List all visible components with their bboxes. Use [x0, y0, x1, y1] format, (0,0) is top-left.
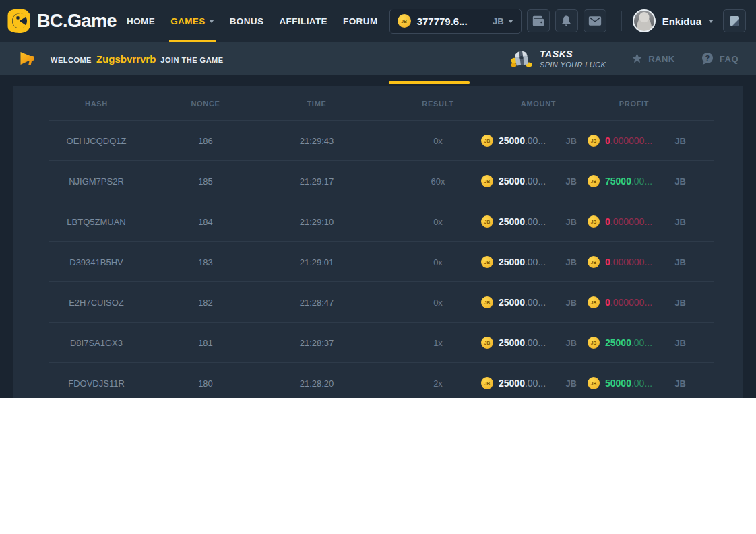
bet-hash: LBTQ5ZMUAN — [13, 217, 179, 227]
table-row[interactable]: LBTQ5ZMUAN 184 21:29:10 0x JB 25000.00..… — [13, 201, 743, 242]
profit-value: 0.000000... — [605, 216, 652, 227]
bet-amount: JB 25000.00... JB — [474, 175, 582, 187]
table-row[interactable]: D8I7SA1GX3 181 21:28:37 1x JB 25000.00..… — [13, 323, 743, 363]
notifications-button[interactable] — [555, 9, 578, 32]
amount-value: 25000.00... — [499, 378, 546, 389]
currency-label: JB — [565, 338, 577, 348]
tasks-subtitle: SPIN YOUR LUCK — [540, 61, 606, 69]
welcome-username[interactable]: Zugsbvrrvrb — [96, 53, 156, 65]
bet-profit: JB 0.000000... JB — [582, 256, 743, 268]
messages-button[interactable] — [584, 9, 606, 32]
welcome-prefix: WELCOME — [51, 56, 92, 64]
nav-games[interactable]: GAMES — [169, 0, 216, 42]
bet-time: 21:29:43 — [232, 136, 402, 146]
jb-coin-icon: JB — [481, 256, 493, 268]
table-row[interactable]: E2H7CUISOZ 182 21:28:47 0x JB 25000.00..… — [13, 282, 743, 323]
chest-icon — [510, 48, 533, 69]
bet-nonce: 181 — [179, 338, 232, 348]
currency-label: JB — [674, 338, 686, 348]
bet-time: 21:28:47 — [232, 298, 402, 308]
tasks-link[interactable]: TASKS SPIN YOUR LUCK — [510, 48, 606, 69]
bet-amount: JB 25000.00... JB — [474, 256, 582, 268]
welcome-suffix: JOIN THE GAME — [160, 56, 223, 64]
logo[interactable]: BC.Game — [7, 8, 117, 34]
nav-affiliate[interactable]: AFFILIATE — [278, 0, 329, 42]
col-amount: AMOUNT — [474, 100, 582, 108]
balance-dropdown[interactable]: JB 377779.6... JB — [389, 9, 522, 34]
table-header: HASH NONCE TIME RESULT AMOUNT PROFIT — [13, 86, 743, 121]
bet-hash: D8I7SA1GX3 — [13, 338, 179, 348]
balance-amount: 377779.6... — [417, 15, 468, 27]
jb-coin-icon: JB — [588, 337, 600, 349]
jb-coin-icon: JB — [588, 256, 600, 268]
bet-result: 1x — [402, 338, 474, 348]
bet-amount: JB 25000.00... JB — [474, 337, 582, 349]
bet-nonce: 185 — [179, 176, 232, 187]
user-menu[interactable]: Enkidua — [633, 9, 714, 32]
jb-coin-icon: JB — [481, 215, 493, 228]
amount-value: 25000.00... — [499, 176, 546, 187]
currency-label: JB — [674, 136, 686, 146]
faq-link[interactable]: ? FAQ — [701, 52, 738, 65]
amount-value: 25000.00... — [499, 257, 546, 267]
amount-value: 25000.00... — [499, 216, 546, 227]
amount-value: 25000.00... — [499, 297, 546, 308]
bet-result: 2x — [402, 378, 474, 389]
bet-hash: NJIGM7PS2R — [13, 176, 179, 187]
rank-label: RANK — [648, 54, 675, 64]
nav-home[interactable]: HOME — [125, 0, 156, 42]
chat-toggle-button[interactable] — [723, 9, 746, 32]
currency-label: JB — [674, 257, 686, 267]
bet-nonce: 183 — [179, 257, 232, 267]
jb-coin-icon: JB — [481, 296, 493, 308]
table-row[interactable]: D39341B5HV 183 21:29:01 0x JB 25000.00..… — [13, 242, 743, 282]
bet-nonce: 180 — [179, 378, 232, 389]
nav-forum[interactable]: FORUM — [342, 0, 379, 42]
bet-result: 0x — [402, 136, 474, 146]
bet-result: 0x — [402, 257, 474, 267]
bet-nonce: 182 — [179, 298, 232, 308]
bet-profit: JB 50000.00... JB — [582, 377, 743, 389]
bet-hash: FDOVDJS11R — [13, 378, 179, 389]
avatar — [633, 9, 656, 32]
bet-time: 21:29:17 — [232, 176, 402, 187]
bet-profit: JB 0.000000... JB — [582, 135, 743, 147]
active-tab-indicator — [389, 81, 470, 84]
jb-coin-icon: JB — [588, 296, 600, 308]
bet-profit: JB 0.000000... JB — [582, 215, 743, 228]
nav-bonus[interactable]: BONUS — [228, 0, 265, 42]
currency-selector[interactable]: JB — [493, 16, 513, 26]
rank-link[interactable]: RANK — [631, 53, 675, 64]
currency-label: JB — [565, 257, 577, 267]
jb-coin-icon: JB — [588, 135, 600, 147]
bet-profit: JB 75000.00... JB — [582, 175, 743, 187]
profit-value: 75000.00... — [605, 176, 652, 187]
bet-time: 21:28:20 — [232, 378, 402, 389]
jb-coin-icon: JB — [588, 215, 600, 228]
bet-amount: JB 25000.00... JB — [474, 135, 582, 147]
bet-time: 21:28:37 — [232, 338, 402, 348]
table-row[interactable]: NJIGM7PS2R 185 21:29:17 60x JB 25000.00.… — [13, 161, 743, 201]
jb-coin-icon: JB — [481, 337, 493, 349]
wallet-button[interactable] — [527, 9, 550, 32]
amount-value: 25000.00... — [499, 135, 546, 146]
col-profit: PROFIT — [582, 100, 743, 108]
announcement-bar: WELCOME Zugsbvrrvrb JOIN THE GAME — [0, 42, 756, 75]
amount-value: 25000.00... — [499, 337, 546, 348]
question-icon: ? — [701, 52, 714, 65]
bet-amount: JB 25000.00... JB — [474, 215, 582, 228]
table-row[interactable]: OEHJCQDQ1Z 186 21:29:43 0x JB 25000.00..… — [13, 121, 743, 161]
svg-text:?: ? — [705, 54, 710, 62]
bet-time: 21:29:01 — [232, 257, 402, 267]
bet-hash: OEHJCQDQ1Z — [13, 136, 179, 146]
col-result: RESULT — [402, 100, 474, 108]
currency-label: JB — [493, 16, 504, 26]
bcgame-app: BC.Game HOME GAMES BONUS AFFILIATE FORUM… — [0, 0, 756, 398]
logo-text: BC.Game — [37, 11, 117, 32]
jb-coin-icon: JB — [588, 377, 600, 389]
table-row[interactable]: FDOVDJS11R 180 21:28:20 2x JB 25000.00..… — [13, 363, 743, 398]
bet-result: 0x — [402, 217, 474, 227]
profit-value: 0.000000... — [605, 257, 652, 267]
bet-profit: JB 0.000000... JB — [582, 296, 743, 308]
col-hash: HASH — [13, 100, 179, 108]
